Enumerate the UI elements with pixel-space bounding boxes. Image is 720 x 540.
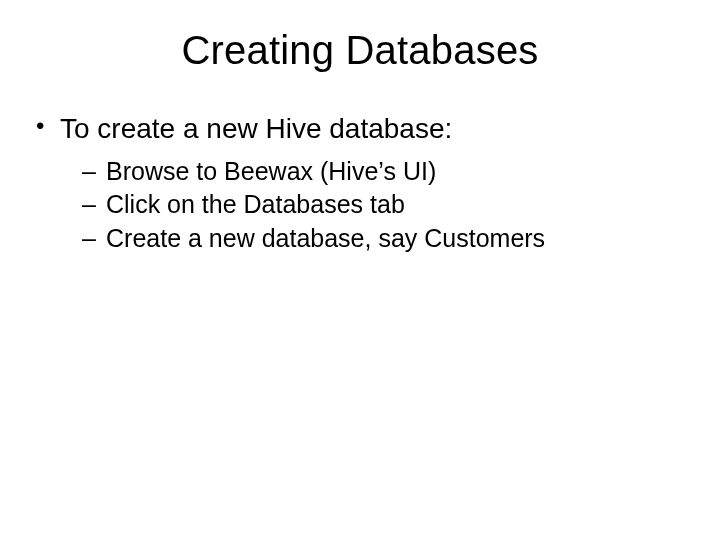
- slide: Creating Databases To create a new Hive …: [0, 0, 720, 540]
- bullet-level2: Create a new database, say Customers: [28, 223, 692, 254]
- slide-body: To create a new Hive database: Browse to…: [0, 73, 720, 254]
- bullet-level1: To create a new Hive database:: [28, 111, 692, 146]
- bullet-level2: Browse to Beewax (Hive’s UI): [28, 156, 692, 187]
- bullet-level2: Click on the Databases tab: [28, 189, 692, 220]
- slide-title: Creating Databases: [0, 0, 720, 73]
